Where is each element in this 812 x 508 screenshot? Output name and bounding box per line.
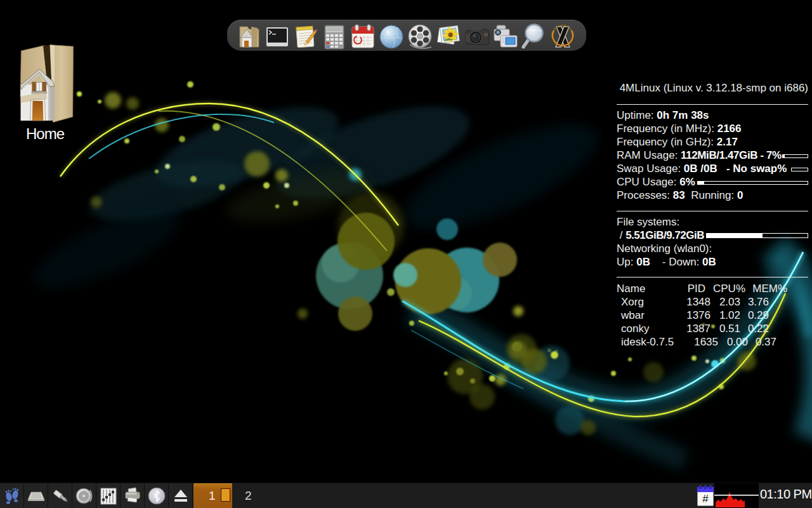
svg-text:#: # xyxy=(702,493,709,505)
